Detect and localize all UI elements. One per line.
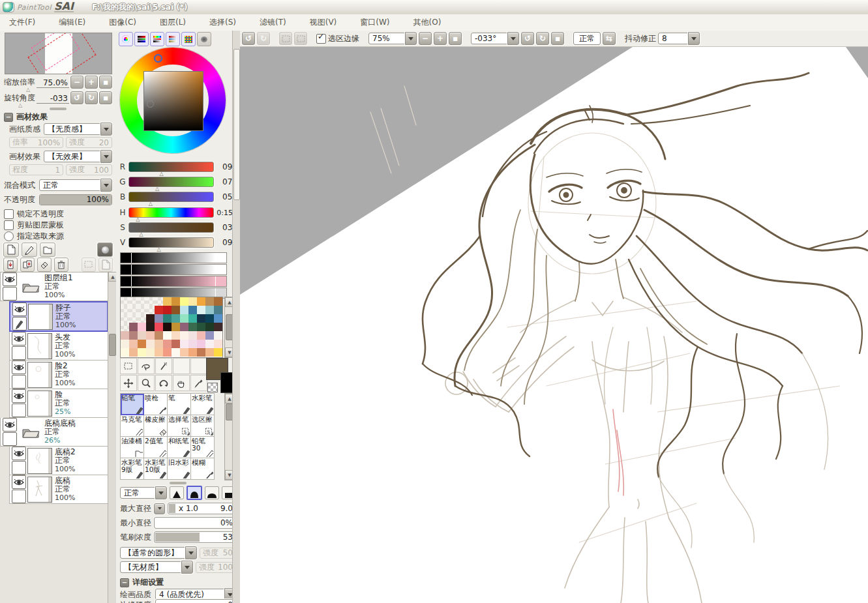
dropdown-arrow-icon[interactable] [155,486,167,499]
dropdown-arrow-icon[interactable] [405,32,417,45]
color-swatch[interactable] [197,306,205,314]
brush-watercolor10[interactable]: 水彩笔10版 [144,458,168,480]
swatches-tab[interactable] [181,32,196,46]
color-swatch[interactable] [197,340,205,348]
layer-visibility-toggle[interactable] [3,272,17,286]
swatch-palette[interactable] [120,297,223,358]
layer-visibility-toggle[interactable] [3,418,17,432]
new-layer-group-button[interactable] [40,243,55,257]
color-swatch[interactable] [138,340,146,348]
v-slider[interactable]: △ [128,237,214,248]
color-swatch[interactable] [197,297,205,306]
diameter-unit-button[interactable] [154,503,165,514]
color-swatch[interactable] [163,297,172,306]
color-wheel-tab[interactable] [119,32,133,46]
brush-edge-sharp-button[interactable] [170,486,184,499]
menu-filter[interactable]: 滤镜(T) [250,17,301,28]
color-swatch[interactable] [146,340,155,348]
rotate-cw-button[interactable]: ↻ [85,91,98,104]
layer-extra-toggle[interactable] [12,375,26,389]
layer-visibility-toggle[interactable] [12,475,26,489]
lasso-tool[interactable] [138,358,155,374]
zoom-in-button[interactable]: + [85,76,98,89]
layer-visibility-toggle[interactable] [12,447,26,460]
g-slider[interactable]: △ [128,177,214,187]
brush-select-eraser[interactable]: 选区擦 [191,415,215,437]
dropdown-arrow-icon[interactable] [181,561,193,574]
blend-mode-select[interactable]: 正常 [39,179,112,191]
empty-swatch-slot[interactable] [121,323,129,331]
color-swatch[interactable] [205,314,214,323]
selection-edge-checkbox[interactable]: ✓ [316,34,326,44]
color-swatch[interactable] [155,340,163,348]
color-swatch[interactable] [214,306,222,314]
color-swatch[interactable] [205,331,214,340]
layer-row-hair[interactable]: 头发 正常 100% [9,332,108,360]
zoom-in-button[interactable]: + [434,32,447,45]
scratchpad-tab[interactable] [197,32,211,46]
hand-tool[interactable] [173,375,190,391]
transparent-color-button[interactable] [207,383,218,392]
rotation-angle-combo[interactable]: -033° [471,33,519,44]
dropdown-arrow-icon[interactable] [688,32,700,45]
rotate-reset-button[interactable]: ■ [99,91,112,104]
layer-visibility-toggle[interactable] [12,389,26,403]
color-swatch[interactable] [205,348,214,357]
color-wheel[interactable] [120,48,226,153]
lock-opacity-checkbox[interactable] [4,209,14,219]
color-swatch[interactable] [129,331,138,340]
zoom-out-button[interactable]: − [70,76,83,89]
color-swatch[interactable] [188,331,197,340]
scrollbar-thumb[interactable] [109,334,116,356]
color-mixer-bar[interactable] [120,252,227,263]
scrollbar-thumb[interactable] [233,49,240,200]
rect-select-tool[interactable] [120,358,137,374]
color-swatch[interactable] [163,323,172,331]
color-swatch[interactable] [214,340,222,348]
dropdown-arrow-icon[interactable] [185,546,197,559]
dropdown-arrow-icon[interactable] [507,32,519,45]
color-swatch[interactable] [214,314,222,323]
color-swatch[interactable] [197,314,205,323]
new-linework-layer-button[interactable] [22,243,37,257]
panel-resize-handle[interactable] [170,482,187,484]
color-swatch[interactable] [121,348,129,357]
color-swatch[interactable] [138,348,146,357]
layer-opacity-slider[interactable]: 100% [39,194,112,205]
brush-texture-select[interactable]: 【无材质】 [120,561,193,573]
layer-extra-toggle[interactable] [12,490,26,503]
empty-swatch-slot[interactable] [121,306,129,314]
empty-swatch-slot[interactable] [121,314,129,323]
layer-extra-toggle[interactable] [3,287,17,301]
stabilizer-combo[interactable]: 8 [658,33,700,44]
color-swatch[interactable] [214,331,222,340]
min-diameter-field[interactable]: 0% [154,517,236,529]
normal-view-button[interactable]: 正常 [573,32,601,45]
layer-row-draft[interactable]: 底稿 正常 100% [9,475,108,504]
panel-scrollbar[interactable] [232,31,240,603]
brush-select-pen[interactable]: 选择笔 [168,415,191,437]
color-swatch[interactable] [205,323,214,331]
eyedropper-tool[interactable] [190,375,207,391]
color-swatch[interactable] [138,323,146,331]
color-swatch[interactable] [214,297,222,306]
color-swatch[interactable] [197,323,205,331]
color-swatch[interactable] [172,306,180,314]
color-swatch[interactable] [180,323,188,331]
zoom-tool[interactable] [138,375,155,391]
color-swatch[interactable] [180,331,188,340]
brush-blur[interactable]: 模糊 [191,458,215,480]
layer-mask-button[interactable] [97,243,113,257]
transfer-down-button[interactable] [20,257,35,272]
r-slider[interactable]: △ [128,162,214,172]
color-swatch[interactable] [172,331,180,340]
brush-bucket[interactable]: 油漆桶 [121,437,144,458]
color-swatch[interactable] [172,340,180,348]
color-swatch[interactable] [214,348,222,357]
layer-row-group1[interactable]: 图层组1 正常 100% [0,272,108,301]
empty-swatch-slot[interactable] [146,306,155,314]
color-swatch[interactable] [188,306,197,314]
empty-swatch-slot[interactable] [155,297,163,306]
rotate-ccw-button[interactable]: ↺ [70,91,83,104]
color-swatch[interactable] [138,331,146,340]
